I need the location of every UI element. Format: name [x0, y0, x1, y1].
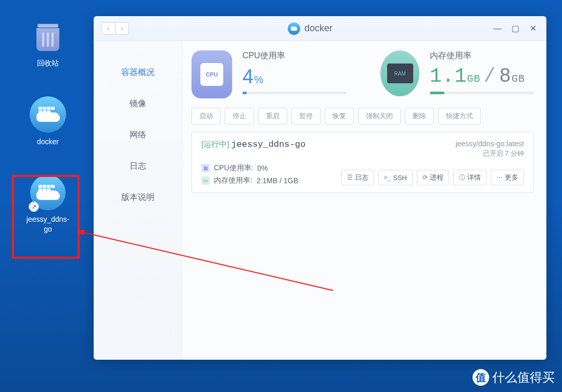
docker-title-icon: [288, 22, 300, 35]
shortcut-button[interactable]: 快捷方式: [438, 108, 481, 124]
force-close-button[interactable]: 强制关闭: [358, 108, 401, 124]
sidebar-item-network[interactable]: 网络: [94, 119, 182, 150]
start-button[interactable]: 启动: [191, 108, 221, 124]
ssh-button[interactable]: >_SSH: [378, 170, 413, 185]
container-body: ▦ CPU使用率: 0% ▭ 内存使用率: 2.1MB / 1GB ☰日志 >_…: [201, 163, 524, 185]
mem-mini-icon: ▭: [201, 176, 210, 185]
main-content: CPU CPU使用率 4% RAM 内存使用率 1.1GB/8GB: [182, 41, 546, 360]
watermark-badge: 值: [472, 369, 489, 386]
container-meta: jeessy/ddns-go:latest 已开启 7 分钟: [455, 140, 524, 158]
container-cpu-line: ▦ CPU使用率: 0%: [201, 163, 298, 173]
maximize-button[interactable]: ▢: [509, 22, 521, 35]
recycle-bin-label: 回收站: [37, 58, 59, 68]
docker-label: docker: [37, 137, 59, 146]
docker-app-icon[interactable]: docker: [30, 96, 66, 146]
cpu-usage-block: CPU使用率 4%: [242, 50, 347, 94]
stats-row: CPU CPU使用率 4% RAM 内存使用率 1.1GB/8GB: [191, 50, 534, 98]
details-button[interactable]: ⓘ详情: [453, 170, 487, 185]
annotation-highlight: [12, 175, 80, 259]
cpu-title: CPU使用率: [242, 50, 347, 61]
container-actions: ☰日志 >_SSH ⟳进程 ⓘ详情 ⋯更多: [341, 170, 524, 185]
window-title: docker: [129, 22, 491, 35]
recycle-bin-icon[interactable]: 回收站: [31, 21, 65, 68]
container-status: [运行中]: [201, 140, 229, 149]
pause-button[interactable]: 暂停: [291, 108, 321, 124]
watermark-text: 什么值得买: [492, 369, 555, 386]
stop-button[interactable]: 停止: [225, 108, 254, 124]
process-icon: ⟳: [423, 174, 428, 181]
window-controls: — ▢ ✕: [491, 22, 539, 35]
ssh-icon: >_: [384, 174, 391, 181]
more-button[interactable]: ⋯更多: [491, 170, 524, 185]
sidebar-item-version[interactable]: 版本说明: [94, 182, 182, 213]
window-title-text: docker: [304, 23, 333, 34]
toolbar: 启动 停止 重启 暂停 恢复 强制关闭 删除 快捷方式: [191, 108, 534, 124]
sidebar-item-overview[interactable]: 容器概况: [94, 57, 182, 88]
container-mem-line: ▭ 内存使用率: 2.1MB / 1GB: [201, 176, 298, 185]
ram-icon: RAM: [380, 50, 419, 96]
resume-button[interactable]: 恢复: [325, 108, 354, 124]
container-stats: ▦ CPU使用率: 0% ▭ 内存使用率: 2.1MB / 1GB: [201, 163, 298, 185]
container-name: jeessy_ddns-go: [231, 140, 305, 149]
cpu-value: 4%: [242, 67, 347, 86]
forward-button[interactable]: ›: [115, 23, 129, 34]
container-name-block: [运行中] jeessy_ddns-go: [201, 140, 305, 149]
logs-button[interactable]: ☰日志: [341, 170, 374, 185]
trash-icon: [31, 21, 65, 54]
sidebar-item-images[interactable]: 镜像: [94, 88, 182, 119]
more-icon: ⋯: [496, 174, 503, 181]
window-body: 容器概况 镜像 网络 日志 版本说明 CPU CPU使用率 4%: [94, 41, 546, 360]
container-uptime: 已开启 7 分钟: [455, 149, 524, 158]
container-header: [运行中] jeessy_ddns-go jeessy/ddns-go:late…: [201, 140, 524, 158]
container-image: jeessy/ddns-go:latest: [455, 140, 524, 148]
mem-bar: [430, 92, 534, 94]
mem-value: 1.1GB/8GB: [430, 67, 534, 86]
minimize-button[interactable]: —: [491, 22, 504, 35]
ram-chip-icon: RAM: [387, 64, 413, 83]
titlebar: ‹ › docker — ▢ ✕: [94, 16, 546, 41]
info-icon: ⓘ: [459, 173, 465, 182]
back-button[interactable]: ‹: [101, 23, 115, 34]
restart-button[interactable]: 重启: [258, 108, 287, 124]
delete-button[interactable]: 删除: [405, 108, 434, 124]
process-button[interactable]: ⟳进程: [417, 170, 449, 185]
nav-buttons: ‹ ›: [101, 22, 129, 35]
docker-window: ‹ › docker — ▢ ✕ 容器概况 镜像 网络 日志 版本说明 CPU: [94, 16, 546, 360]
sidebar-item-logs[interactable]: 日志: [94, 150, 182, 182]
cpu-chip-icon: CPU: [200, 63, 223, 86]
close-button[interactable]: ✕: [527, 22, 539, 35]
cpu-icon: CPU: [191, 50, 232, 98]
cpu-bar: [242, 92, 347, 94]
sidebar: 容器概况 镜像 网络 日志 版本说明: [94, 41, 182, 360]
mem-usage-block: 内存使用率 1.1GB/8GB: [430, 50, 534, 94]
docker-whale-icon: [30, 96, 66, 133]
cpu-mini-icon: ▦: [201, 164, 210, 172]
mem-title: 内存使用率: [430, 50, 534, 61]
logs-icon: ☰: [347, 174, 353, 181]
watermark: 值 什么值得买: [472, 369, 555, 386]
container-card[interactable]: [运行中] jeessy_ddns-go jeessy/ddns-go:late…: [191, 132, 534, 193]
